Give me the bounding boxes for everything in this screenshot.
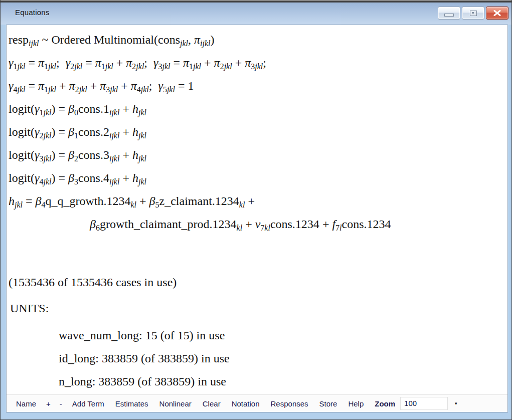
equation-token: h xyxy=(132,125,138,138)
equation-token: jkl xyxy=(17,62,25,71)
zoom-value-field[interactable]: 100 xyxy=(400,397,448,410)
equation-token: π xyxy=(100,79,106,92)
equation-token: 3 xyxy=(106,85,110,94)
equation-token: kl xyxy=(239,200,245,209)
equation-token: = 1 xyxy=(175,79,194,92)
equation-lines: respijkl ~ Ordered Multinomial(consjkl, … xyxy=(9,28,507,236)
equation-token: π xyxy=(131,79,137,92)
unit-line: id_long: 383859 (of 383859) in use xyxy=(9,347,507,370)
equation-token: + xyxy=(119,171,132,184)
equation-line-logit-gamma2[interactable]: logit(γ2jkl) = β1cons.2ijkl + hjkl xyxy=(9,120,507,143)
equation-token: π xyxy=(126,56,132,69)
chevron-down-icon[interactable]: ▾ xyxy=(455,397,457,409)
equation-line-h-definition-continued[interactable]: β6growth_claimant_prod.1234kl + v7klcons… xyxy=(9,213,507,236)
equation-token: ) = xyxy=(51,171,68,184)
toolbar-button-clear[interactable]: Clear xyxy=(197,399,226,408)
equation-token: ) = xyxy=(51,148,68,161)
window-controls xyxy=(438,7,508,20)
units-list: wave_num_long: 15 (of 15) in useid_long:… xyxy=(9,324,507,393)
equation-token: + xyxy=(113,56,126,69)
equation-token: 1 xyxy=(44,85,48,94)
equation-token: π xyxy=(245,56,251,69)
close-button[interactable] xyxy=(486,7,508,20)
toolbar-button-plus[interactable]: + xyxy=(42,399,55,408)
toolbar-button-estimates[interactable]: Estimates xyxy=(110,399,154,408)
equation-token: h xyxy=(9,194,15,207)
equation-token: 2 xyxy=(220,62,224,71)
restore-button[interactable] xyxy=(462,7,484,20)
equation-token: cons.1234 xyxy=(270,218,319,231)
equation-token: jkl xyxy=(17,85,25,94)
equation-line-gamma-cumulative-45[interactable]: γ4jkl = π1jkl + π2jkl + π3jkl + π4jkl; γ… xyxy=(9,74,507,97)
equation-token: 3 xyxy=(74,177,78,186)
equation-token: jkl xyxy=(224,62,232,71)
toolbar-button-notation[interactable]: Notation xyxy=(226,399,265,408)
client-area: respijkl ~ Ordered Multinomial(consjkl, … xyxy=(6,25,508,412)
toolbar-button-nonlinear[interactable]: Nonlinear xyxy=(154,399,197,408)
equation-line-gamma-cumulative-123[interactable]: γ1jkl = π1jkl; γ2jkl = π1jkl + π2jkl; γ3… xyxy=(9,51,507,74)
equation-token: jkl xyxy=(43,131,51,140)
equation-token: ) xyxy=(210,33,214,46)
equations-window: Equations respijkl ~ Ordered Multinomial… xyxy=(0,0,512,420)
equation-token: 2 xyxy=(75,85,79,94)
minimize-button[interactable] xyxy=(438,7,460,20)
equation-token: β xyxy=(36,194,42,207)
equation-token: = xyxy=(23,194,36,207)
equation-line-logit-gamma4[interactable]: logit(γ4jkl) = β3cons.4ijkl + hjkl xyxy=(9,166,507,189)
equation-token: 1 xyxy=(44,62,48,71)
equation-token: h xyxy=(132,171,138,184)
equation-token: cons.4 xyxy=(78,171,109,184)
unit-line: wave_num_long: 15 (of 15) in use xyxy=(9,324,507,347)
equation-token: β xyxy=(68,171,74,184)
toolbar-button-responses[interactable]: Responses xyxy=(265,399,314,408)
equation-token: = xyxy=(82,56,95,69)
equation-token: jkl xyxy=(43,108,51,117)
equation-token: 0 xyxy=(74,108,78,117)
equation-token: + xyxy=(201,56,214,69)
toolbar-button-add-term[interactable]: Add Term xyxy=(67,399,110,408)
equation-token: ) = xyxy=(51,125,68,138)
equation-line-logit-gamma3[interactable]: logit(γ3jkl) = β2cons.3ijkl + hjkl xyxy=(9,143,507,166)
equation-token: β xyxy=(68,125,74,138)
equation-token: + xyxy=(119,125,132,138)
equation-token: cons.1 xyxy=(78,102,109,115)
status-block: (1535436 of 1535436 cases in use) UNITS:… xyxy=(9,271,507,393)
equation-token: π xyxy=(214,56,220,69)
equation-token: z_claimant.1234 xyxy=(159,194,239,207)
equation-token: v xyxy=(255,218,261,231)
equation-line-logit-gamma1[interactable]: logit(γ1jkl) = β0cons.1ijkl + hjkl xyxy=(9,97,507,120)
equation-token: q_q_growth.1234 xyxy=(46,194,131,207)
equation-token: jkl xyxy=(74,62,82,71)
equation-token: h xyxy=(132,148,138,161)
equation-token: jkl xyxy=(48,85,56,94)
equation-token: logit( xyxy=(9,171,35,184)
equation-token: ijkl xyxy=(109,108,119,117)
equation-token: 5 xyxy=(163,85,167,94)
equation-token: jkl xyxy=(43,154,51,163)
toolbar-button-help[interactable]: Help xyxy=(343,399,369,408)
toolbar-button-store[interactable]: Store xyxy=(314,399,343,408)
equation-token: jkl xyxy=(138,177,146,186)
equation-line-h-definition[interactable]: hjkl = β4q_q_growth.1234kl + β5z_claiman… xyxy=(9,189,507,213)
equation-token: 5 xyxy=(155,200,159,209)
equation-token: + xyxy=(245,194,255,207)
equation-token: cons.2 xyxy=(78,125,109,138)
equation-token: jkl xyxy=(138,131,146,140)
equation-token: resp xyxy=(9,33,29,46)
equation-token: ; xyxy=(263,56,266,69)
toolbar-button-minus[interactable]: - xyxy=(55,399,67,408)
equation-token: 1 xyxy=(189,62,193,71)
equation-token: 4 xyxy=(42,200,46,209)
equation-line-response-distribution[interactable]: respijkl ~ Ordered Multinomial(consjkl, … xyxy=(9,28,507,51)
equation-token: β xyxy=(68,148,74,161)
zoom-combobox[interactable]: 100 ▾ xyxy=(400,397,457,410)
equation-token: jkl xyxy=(180,39,188,48)
toolbar-button-name[interactable]: Name xyxy=(11,399,42,408)
equation-token: β xyxy=(68,102,74,115)
equation-token: + xyxy=(119,102,132,115)
equation-token: ijkl xyxy=(109,131,119,140)
equation-token: kl xyxy=(264,224,270,232)
equation-token: + xyxy=(56,79,69,92)
equation-token: cons.3 xyxy=(78,148,109,161)
title-bar[interactable]: Equations xyxy=(1,3,511,25)
